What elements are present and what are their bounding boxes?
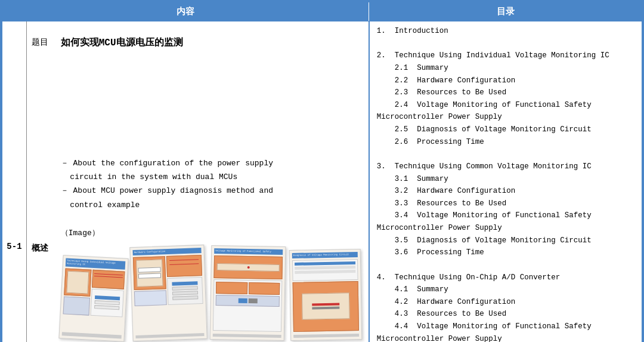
- doc-thumbnail-1: Technique Using Individual Voltage Monit…: [58, 255, 128, 342]
- toc-header: 目录: [369, 2, 642, 21]
- section-number: 5-1: [7, 242, 21, 251]
- overview-label: 概述: [32, 244, 48, 253]
- header-row: 内容 目录: [2, 2, 642, 21]
- content-header-label: 内容: [177, 7, 194, 17]
- title-content: 如何实现MCU电源电压的监测: [61, 38, 183, 48]
- title-row: 5-1 题目 如何实现MCU电源电压的监测 1. Introduction 2.…: [2, 21, 642, 64]
- doc-thumbnail-3: Voltage Monitoring of Functional Safety: [209, 245, 286, 341]
- main-container: 内容 目录 5-1 题目 如何实现MCU电源电压的监测 1: [0, 0, 644, 342]
- toc-cell: 1. Introduction 2. Technique Using Indiv…: [369, 21, 642, 343]
- title-content-cell: 如何实现MCU电源电压的监测: [54, 21, 369, 64]
- image-area: Technique Using Individual Voltage Monit…: [61, 246, 361, 340]
- doc-thumbnail-4: Diagnosis of Voltage Monitoring Circuit: [289, 249, 362, 341]
- title-label: 题目: [32, 38, 48, 47]
- overview-text: － About the configuration of the power s…: [61, 156, 361, 240]
- layout-table: 内容 目录 5-1 题目 如何实现MCU电源电压的监测 1: [1, 1, 643, 342]
- toc-header-label: 目录: [497, 7, 515, 17]
- doc-thumbnail-2: Hardware Configuration: [129, 245, 207, 341]
- overview-content-cell: － About the configuration of the power s…: [54, 64, 369, 342]
- section-number-cell: 5-1: [2, 21, 26, 343]
- toc-content: 1. Introduction 2. Technique Using Indiv…: [377, 25, 634, 342]
- content-header: 内容: [2, 2, 369, 21]
- overview-label-cell: 概述: [26, 64, 53, 342]
- title-label-cell: 题目: [26, 21, 53, 64]
